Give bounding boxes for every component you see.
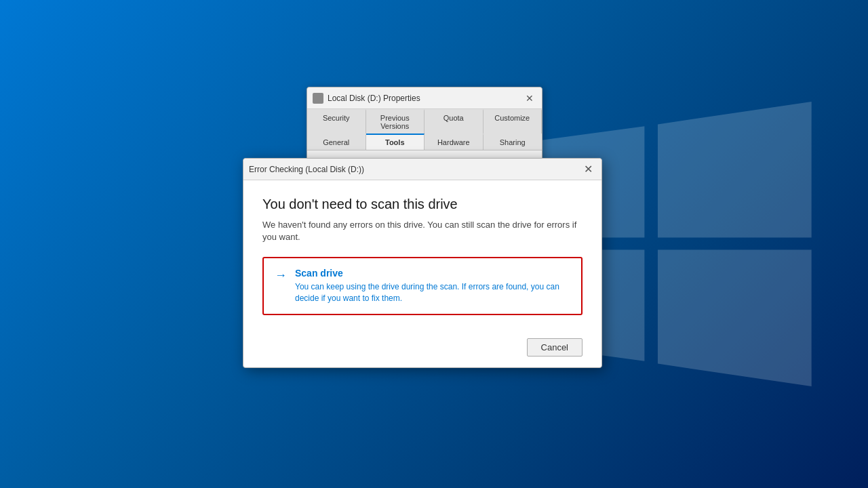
scan-drive-option[interactable]: → Scan drive You can keep using the driv… (262, 257, 583, 315)
svg-marker-1 (658, 102, 812, 237)
dialog-heading: You don't need to scan this drive (262, 197, 583, 212)
tab-tools[interactable]: Tools (366, 134, 425, 150)
tab-previous-versions[interactable]: Previous Versions (366, 109, 425, 134)
error-checking-dialog: Error Checking (Local Disk (D:)) ✕ You d… (243, 158, 602, 368)
tab-hardware[interactable]: Hardware (425, 134, 484, 150)
disk-icon (313, 93, 323, 104)
scan-arrow-icon: → (275, 268, 287, 283)
properties-tabs: Security Previous Versions Quota Customi… (307, 109, 542, 150)
tab-security[interactable]: Security (307, 109, 366, 134)
tab-quota[interactable]: Quota (425, 109, 484, 134)
scan-drive-description: You can keep using the drive during the … (295, 281, 570, 304)
dialog-titlebar: Error Checking (Local Disk (D:)) ✕ (243, 159, 601, 180)
properties-titlebar: Local Disk (D:) Properties ✕ (307, 87, 542, 109)
svg-marker-3 (658, 250, 812, 386)
dialog-cancel-button[interactable]: Cancel (527, 338, 583, 357)
tab-sharing[interactable]: Sharing (484, 134, 542, 150)
scan-drive-title: Scan drive (295, 268, 570, 279)
dialog-title: Error Checking (Local Disk (D:)) (249, 165, 364, 174)
properties-close-button[interactable]: ✕ (523, 92, 536, 105)
properties-title: Local Disk (D:) Properties (328, 94, 420, 103)
dialog-footer: Cancel (243, 331, 601, 367)
dialog-close-button[interactable]: ✕ (580, 161, 596, 178)
tab-customize[interactable]: Customize (484, 109, 542, 134)
dialog-body: You don't need to scan this drive We hav… (243, 180, 601, 331)
dialog-subtext: We haven't found any errors on this driv… (262, 219, 583, 243)
tab-general[interactable]: General (307, 134, 366, 150)
